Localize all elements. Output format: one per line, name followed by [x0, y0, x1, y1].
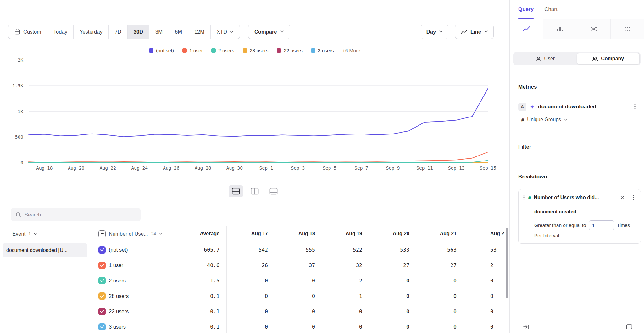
date-column-header[interactable]: Aug 21: [415, 226, 463, 242]
date-column-header[interactable]: Aug 17: [227, 226, 274, 242]
compare-button[interactable]: Compare: [248, 25, 290, 39]
breakdown-interval-label[interactable]: Per Interval: [534, 232, 637, 239]
range-button-xtd[interactable]: XTD: [210, 25, 240, 39]
layout-vertical-split-button[interactable]: [247, 185, 262, 197]
event-cell: [0, 273, 90, 288]
value-cell: 0: [368, 304, 415, 319]
metric-menu-button[interactable]: [631, 103, 639, 111]
row-label: 3 users: [109, 324, 126, 330]
clipped-column-header[interactable]: Aug 2: [463, 226, 509, 242]
legend-more[interactable]: +6 More: [342, 48, 360, 53]
range-button-30d[interactable]: 30D: [127, 25, 149, 39]
layout-bottom-panel-button[interactable]: [266, 185, 281, 197]
select-all-checkbox[interactable]: [98, 230, 106, 237]
row-checkbox[interactable]: [98, 246, 106, 254]
value-cell: 0: [415, 319, 463, 333]
date-column-header[interactable]: Aug 20: [368, 226, 415, 242]
search-input-wrapper: [11, 208, 141, 221]
chart-type-line-button[interactable]: [510, 19, 543, 39]
remove-breakdown-button[interactable]: [618, 194, 626, 202]
collapse-panel-button[interactable]: [522, 323, 530, 331]
results-table: Event 1 Number of Use... 24 Average Aug …: [0, 226, 509, 333]
chevron-down-icon: [564, 119, 568, 121]
row-checkbox[interactable]: [98, 308, 106, 315]
event-list-item[interactable]: document downloaded [U...: [3, 243, 87, 257]
group-cell[interactable]: 3 users: [90, 319, 173, 333]
line-chart[interactable]: 05001K1.5K2KAug 18Aug 20Aug 22Aug 24Aug …: [0, 58, 509, 177]
breakdown-event-name[interactable]: document created: [534, 208, 637, 215]
breakdown-unit-label: Times: [617, 222, 630, 228]
metric-item[interactable]: A document downloaded: [518, 101, 639, 113]
breakdown-hash-icon: #: [528, 195, 531, 200]
scrollbar[interactable]: [506, 228, 508, 298]
chart-type-line-icon: [523, 25, 530, 33]
date-column-header[interactable]: Aug 18: [274, 226, 321, 242]
chart-legend: (not set)1 user2 users28 users22 users3 …: [0, 48, 509, 53]
group-column-header[interactable]: Number of Use... 24: [90, 226, 173, 242]
svg-text:Aug 28: Aug 28: [195, 166, 211, 171]
range-button-3m[interactable]: 3M: [149, 25, 169, 39]
chart-type-bar-button[interactable]: [543, 19, 577, 39]
search-input[interactable]: [25, 212, 136, 218]
group-cell[interactable]: 28 users: [90, 288, 173, 304]
group-cell[interactable]: 2 users: [90, 273, 173, 288]
value-cell: 26: [227, 258, 274, 273]
range-button-7d[interactable]: 7D: [108, 25, 127, 39]
user-toggle-button[interactable]: User: [514, 53, 577, 64]
drag-handle-icon[interactable]: [522, 195, 525, 200]
row-checkbox[interactable]: [98, 323, 106, 330]
row-checkbox[interactable]: [98, 262, 106, 269]
legend-item[interactable]: 3 users: [311, 48, 334, 53]
value-cell: 32: [321, 258, 368, 273]
svg-text:Sep 1: Sep 1: [259, 166, 273, 171]
chart-type-flow-icon: [590, 25, 597, 33]
layout-horizontal-split-button[interactable]: [229, 185, 243, 197]
aggregation-selector[interactable]: # Unique Groups: [521, 114, 639, 125]
legend-label: 1 user: [189, 48, 203, 53]
legend-label: 2 users: [218, 48, 234, 53]
row-checkbox[interactable]: [98, 277, 106, 284]
tab-chart[interactable]: Chart: [544, 0, 558, 19]
range-button-6m[interactable]: 6M: [169, 25, 188, 39]
add-metric-button[interactable]: [629, 83, 637, 91]
legend-item[interactable]: (not set): [149, 48, 174, 53]
tab-query[interactable]: Query: [518, 0, 534, 19]
chart-style-button[interactable]: Line: [455, 25, 494, 39]
granularity-button[interactable]: Day: [421, 25, 448, 39]
times-value-input[interactable]: [589, 220, 614, 230]
value-cell: 2: [321, 273, 368, 288]
table-row: 1 user40.626373227272: [0, 258, 509, 273]
date-column-header[interactable]: Aug 19: [321, 226, 368, 242]
legend-item[interactable]: 22 users: [277, 48, 302, 53]
metrics-title: Metrics: [518, 84, 537, 90]
group-cell[interactable]: 22 users: [90, 304, 173, 319]
add-filter-button[interactable]: [629, 143, 637, 151]
range-button-12m[interactable]: 12M: [188, 25, 210, 39]
row-checkbox[interactable]: [98, 292, 106, 300]
legend-item[interactable]: 1 user: [182, 48, 203, 53]
chevron-down-icon: [280, 30, 284, 33]
panel-toggle-button[interactable]: [625, 323, 633, 331]
value-cell: 0: [227, 304, 274, 319]
legend-item[interactable]: 28 users: [243, 48, 268, 53]
breakdown-menu-button[interactable]: [629, 194, 637, 202]
group-cell[interactable]: 1 user: [90, 258, 173, 273]
event-column-count: 1: [28, 231, 31, 236]
chart-type-grid-button[interactable]: [610, 19, 644, 39]
query-sidebar: Query Chart User: [509, 0, 644, 333]
breakdown-section: Breakdown # Number of Users who did... d…: [510, 166, 644, 244]
company-toggle-button[interactable]: Company: [577, 53, 640, 64]
average-column-header[interactable]: Average: [173, 226, 227, 242]
breakdown-condition-label[interactable]: Greater than or equal to: [534, 222, 586, 228]
event-column-header[interactable]: Event 1: [0, 226, 90, 242]
compare-label: Compare: [254, 29, 277, 35]
chart-type-flow-button[interactable]: [577, 19, 610, 39]
custom-range-button[interactable]: Custom: [8, 25, 47, 39]
legend-item[interactable]: 2 users: [211, 48, 234, 53]
breakdown-card-header: # Number of Users who did...: [522, 194, 637, 201]
group-cell[interactable]: (not set): [90, 242, 173, 258]
range-button-today[interactable]: Today: [47, 25, 73, 39]
add-breakdown-button[interactable]: [629, 172, 637, 181]
sparkle-icon: [530, 104, 535, 110]
range-button-yesterday[interactable]: Yesterday: [73, 25, 108, 39]
